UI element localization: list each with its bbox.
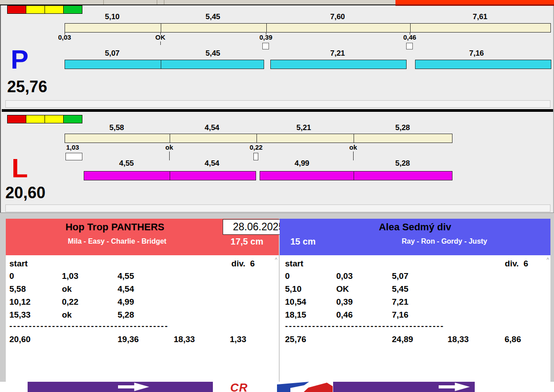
- p-split-time: 5,10: [92, 12, 132, 21]
- p-change-mark: OK: [140, 33, 180, 41]
- left-jump-height: 17,5 cm: [215, 237, 279, 247]
- p-dog-bar: [270, 60, 407, 69]
- p-dog-bar: [65, 60, 264, 69]
- dog-time-cell: 7,21: [392, 297, 408, 307]
- scroll-up-arrow[interactable]: ^: [275, 257, 277, 263]
- total-time: 25,76: [285, 335, 306, 344]
- l-status-strip: [5, 204, 550, 212]
- start-label: start: [285, 259, 303, 269]
- summary-value: 18,33: [174, 335, 195, 344]
- p-dog-time: 5,07: [92, 49, 132, 58]
- cum-time-cell: 5,10: [285, 284, 301, 294]
- lane-divider: [2, 109, 553, 112]
- p-split-time: 5,45: [193, 12, 233, 21]
- summary-value: 18,33: [448, 335, 469, 344]
- toolbar-separator: [164, 0, 164, 4]
- l-start-fault-box[interactable]: [65, 153, 82, 160]
- toolbar-separator: [157, 0, 157, 4]
- window-top-strip: [0, 0, 554, 5]
- tick-mark: [169, 151, 170, 160]
- l-change-mark: ok: [333, 143, 373, 151]
- l-dog-time: 4,55: [106, 159, 147, 168]
- p-change-mark: 0,46: [390, 33, 430, 41]
- cum-time-cell: 10,12: [9, 297, 31, 307]
- sponsor-banner: CR: [0, 382, 554, 392]
- p-status-strip: [5, 100, 550, 108]
- left-team-name: Hop Trop PANTHERS: [6, 221, 224, 233]
- tick-mark: [353, 151, 354, 160]
- cum-time-cell: 18,15: [285, 310, 306, 320]
- summary-value: 6,86: [505, 335, 521, 344]
- change-cell: 1,03: [62, 271, 78, 281]
- l-dog-time: 4,54: [192, 159, 232, 168]
- start-light-yellow-icon: [26, 5, 45, 14]
- dog-time-cell: 7,16: [392, 310, 408, 320]
- p-dog-time: 5,45: [193, 49, 233, 58]
- p-change-mark: 0,39: [246, 33, 286, 41]
- right-team-name: Alea Sedmý div: [280, 221, 550, 233]
- bar-divider: [354, 171, 354, 180]
- right-team-header: Alea Sedmý div 15 cm Ray - Ron - Gordy -…: [280, 219, 550, 255]
- bar-divider: [257, 134, 257, 143]
- l-split-time: 5,28: [383, 123, 423, 132]
- start-light-yellow-icon: [45, 115, 64, 123]
- right-team-dogs: Ray - Ron - Gordy - Justy: [364, 237, 525, 245]
- dog-time-cell: 5,07: [392, 271, 408, 281]
- p-change-mark: 0,03: [45, 33, 85, 41]
- bar-divider: [410, 23, 411, 33]
- p-fault-checkbox[interactable]: [262, 43, 269, 49]
- start-light-yellow-icon: [26, 115, 45, 123]
- lane-p-letter: P: [11, 46, 29, 73]
- change-cell: 0,22: [62, 297, 78, 307]
- change-cell: 0,46: [336, 310, 353, 320]
- lane-p-total-time: 25,76: [7, 78, 47, 96]
- tick-mark: [160, 41, 161, 45]
- l-dog-bar: [260, 171, 452, 180]
- l-change-mark: ok: [149, 143, 189, 151]
- summary-value: 24,89: [392, 335, 413, 344]
- p-dog-time: 7,16: [456, 49, 497, 58]
- start-light-green-icon: [63, 115, 82, 123]
- change-cell: 0,03: [336, 271, 353, 281]
- left-team-dogs: Mila - Easy - Charlie - Bridget: [10, 237, 224, 245]
- change-cell: ok: [62, 310, 72, 320]
- cum-time-cell: 0: [285, 271, 290, 281]
- cum-time-cell: 10,54: [285, 297, 306, 307]
- toolbar-separator: [103, 0, 104, 4]
- p-dog-time: 7,21: [318, 49, 358, 58]
- bar-divider: [161, 60, 161, 69]
- summary-value: 1,33: [230, 335, 246, 344]
- l-dog-time: 5,28: [383, 159, 423, 168]
- dog-time-cell: 4,54: [118, 284, 134, 294]
- p-fault-checkbox[interactable]: [406, 43, 413, 49]
- dog-time-cell: 5,45: [392, 284, 408, 294]
- change-cell: ok: [62, 284, 72, 294]
- l-split-time: 4,54: [192, 123, 232, 132]
- dog-time-cell: 5,28: [118, 310, 134, 320]
- division-label: div. 6: [505, 259, 528, 269]
- right-team-run-table: start div. 6 ^ 0 0,03 5,07 5,10 OK 5,45 …: [280, 255, 550, 382]
- scroll-up-arrow[interactable]: ^: [546, 257, 549, 263]
- dog-time-cell: 4,99: [118, 297, 134, 307]
- summary-value: 19,36: [118, 335, 139, 344]
- l-fault-box[interactable]: [253, 153, 258, 160]
- left-team-run-table: start div. 6 ^ 0 1,03 4,55 5,58 ok 4,54 …: [6, 255, 279, 382]
- p-split-time: 7,60: [318, 12, 358, 21]
- flag-logo-icon: [277, 382, 333, 392]
- cum-time-cell: 0: [9, 271, 14, 281]
- top-red-strip-shadow: [395, 4, 554, 6]
- l-dog-bar: [84, 171, 256, 180]
- bar-divider: [170, 171, 170, 180]
- lane-l-letter: L: [12, 155, 28, 182]
- change-cell: OK: [336, 284, 349, 294]
- start-lights-p: [7, 5, 82, 14]
- p-split-time: 7,61: [460, 12, 500, 21]
- top-red-strip: [395, 0, 554, 4]
- lane-l-total-time: 20,60: [5, 184, 45, 202]
- bar-divider: [354, 134, 354, 143]
- p-timeline-bar: [65, 23, 551, 33]
- l-split-time: 5,58: [97, 123, 137, 132]
- start-label: start: [9, 259, 28, 269]
- l-dog-time: 4,99: [282, 159, 322, 168]
- flyball-timing-window: 5,10 5,45 7,60 7,61 0,03 OK 0,39 0,46 5,…: [0, 0, 554, 392]
